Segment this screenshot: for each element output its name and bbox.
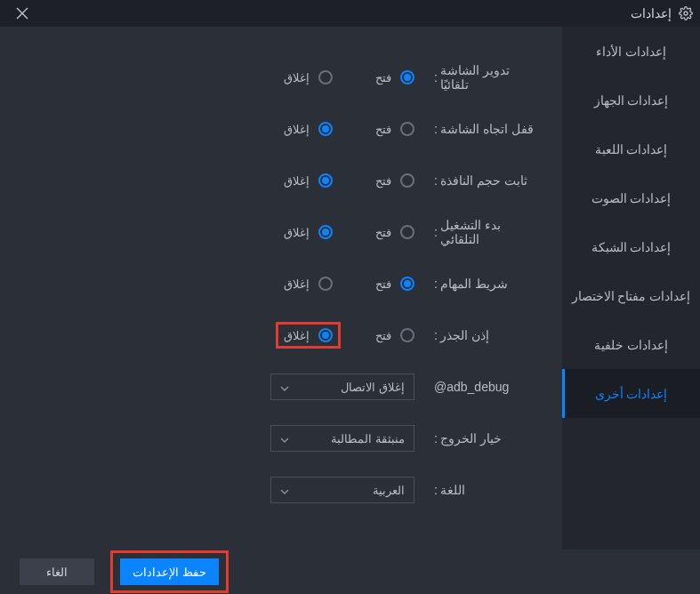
sidebar-item-game[interactable]: إعدادات اللعبة <box>562 124 700 173</box>
sidebar-item-shortcut[interactable]: إعدادات مفتاح الاختصار <box>562 271 700 320</box>
radio-auto-rotate-open[interactable]: فتح <box>333 70 414 84</box>
chevron-down-icon <box>280 432 289 446</box>
label-lock-orientation: قفل اتجاه الشاشة: <box>434 122 534 136</box>
radio-taskbar-open[interactable]: فتح <box>333 277 414 291</box>
save-button[interactable]: حفظ الإعدادات <box>120 558 219 585</box>
radio-taskbar-close[interactable]: إغلاق <box>251 277 333 291</box>
window-title: إعدادات <box>631 6 672 20</box>
sidebar-item-device[interactable]: إعدادات الجهاز <box>562 76 700 124</box>
label-language: اللغة: <box>434 483 534 497</box>
label-auto-start: بدء التشغيل التلقائي: <box>434 218 534 246</box>
label-auto-rotate: تدوير الشاشة تلقائيًا: <box>434 63 534 92</box>
radio-lock-open[interactable]: فتح <box>333 122 414 136</box>
sidebar-item-network[interactable]: إعدادات الشبكة <box>562 222 700 271</box>
label-fixed-window: ثابت حجم النافذة: <box>434 173 534 188</box>
radio-root-close[interactable]: إغلاق <box>284 328 333 342</box>
radio-fixed-open[interactable]: فتح <box>333 173 414 188</box>
sidebar-item-wallpaper[interactable]: إعدادات خلفية <box>562 320 700 369</box>
radio-root-open[interactable]: فتح <box>333 328 414 342</box>
label-taskbar: شريط المهام: <box>434 277 534 291</box>
label-root: إذن الجذر: <box>434 328 534 342</box>
settings-panel: تدوير الشاشة تلقائيًا: فتح إغلاق قفل اتج… <box>0 27 562 550</box>
sidebar-item-performance[interactable]: إعدادات الأداء <box>562 27 700 76</box>
gear-icon <box>679 6 693 20</box>
radio-autostart-close[interactable]: إغلاق <box>251 225 333 239</box>
sidebar-item-other[interactable]: إعدادات أخرى <box>562 369 700 418</box>
select-language[interactable]: العربية <box>270 477 414 503</box>
select-exit[interactable]: منبثقة المطالبة <box>270 425 414 452</box>
root-close-highlight: إغلاق <box>276 322 341 349</box>
cancel-button[interactable]: الغاء <box>20 558 94 585</box>
svg-point-0 <box>684 12 688 15</box>
chevron-down-icon <box>280 484 289 497</box>
close-button[interactable] <box>9 0 36 27</box>
select-adb[interactable]: إغلاق الاتصال <box>270 373 414 400</box>
radio-autostart-open[interactable]: فتح <box>333 225 414 239</box>
radio-fixed-close[interactable]: إغلاق <box>251 173 333 188</box>
chevron-down-icon <box>280 381 289 394</box>
sidebar: إعدادات الأداء إعدادات الجهاز إعدادات ال… <box>562 27 700 550</box>
radio-lock-close[interactable]: إغلاق <box>251 122 333 136</box>
save-highlight: حفظ الإعدادات <box>110 550 229 593</box>
label-exit: خيار الخروج: <box>434 431 534 446</box>
label-adb: @adb_debug <box>434 380 534 394</box>
sidebar-item-audio[interactable]: إعدادات الصوت <box>562 173 700 222</box>
radio-auto-rotate-close[interactable]: إغلاق <box>251 70 333 84</box>
